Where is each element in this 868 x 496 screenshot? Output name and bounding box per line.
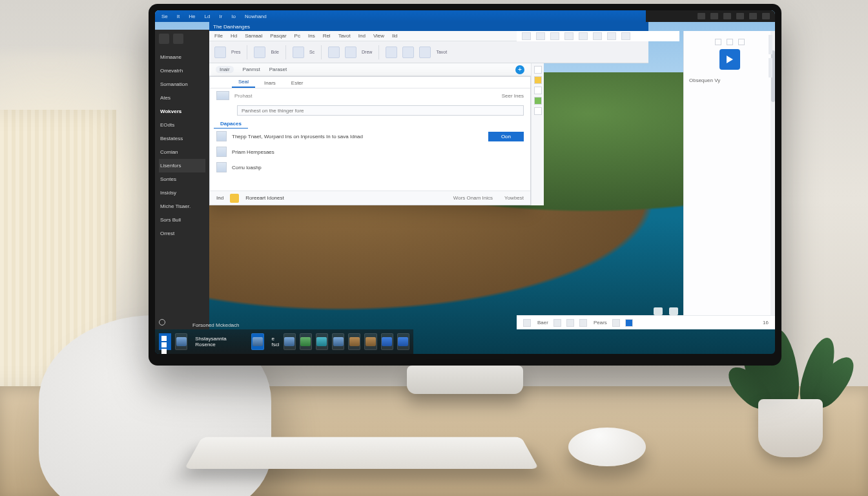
list-item[interactable]: Corru loashp bbox=[232, 165, 262, 170]
cloud-icon[interactable] bbox=[654, 307, 663, 315]
qa-icon[interactable] bbox=[593, 32, 602, 40]
ribbon-tab[interactable]: Ins bbox=[308, 33, 315, 39]
menu-item[interactable]: Ld bbox=[204, 14, 210, 19]
ribbon-tab[interactable]: View bbox=[373, 33, 384, 39]
ribbon-tab[interactable]: Rel bbox=[323, 33, 331, 39]
nav-item[interactable]: Somanation bbox=[159, 78, 205, 91]
taskbar-item[interactable] bbox=[397, 333, 409, 350]
tray-icon[interactable] bbox=[762, 13, 770, 19]
ribbon-button[interactable] bbox=[254, 46, 265, 58]
nav-item[interactable]: Ates bbox=[159, 91, 205, 105]
ribbon-button[interactable] bbox=[293, 46, 304, 58]
doc-tab[interactable]: Paraset bbox=[269, 67, 287, 72]
taskbar-item[interactable] bbox=[364, 333, 377, 350]
pane-control-icon[interactable] bbox=[715, 39, 721, 45]
open-dialog: Seal Inars Ester Prohast Seer Ines Dapac… bbox=[209, 76, 531, 205]
ribbon-button[interactable] bbox=[402, 46, 414, 58]
status-icon[interactable] bbox=[553, 319, 561, 327]
nav-icon[interactable] bbox=[173, 34, 183, 44]
ribbon-button[interactable] bbox=[345, 46, 356, 58]
ribbon-tab[interactable]: Ild bbox=[392, 33, 397, 39]
menu-item[interactable]: It bbox=[177, 14, 180, 19]
nav-item[interactable]: Sontes bbox=[159, 172, 205, 186]
taskbar-item[interactable] bbox=[381, 333, 393, 350]
ribbon-tab[interactable]: Hd bbox=[231, 33, 237, 39]
marker-icon[interactable] bbox=[534, 87, 542, 94]
ribbon-button[interactable] bbox=[214, 46, 226, 58]
taskbar-item[interactable] bbox=[175, 333, 187, 350]
vertical-tab[interactable] bbox=[769, 58, 772, 78]
doc-tab[interactable]: Inair bbox=[216, 66, 234, 73]
marker-icon[interactable] bbox=[534, 66, 542, 74]
qa-icon[interactable] bbox=[607, 32, 616, 40]
nav-item[interactable]: EOdts bbox=[159, 118, 205, 132]
ribbon-tab[interactable]: Pasqar bbox=[270, 33, 286, 39]
nav-item[interactable]: Bestatess bbox=[159, 132, 205, 145]
dialog-tab[interactable]: Ester bbox=[285, 78, 310, 88]
qa-icon[interactable] bbox=[564, 32, 574, 40]
ribbon-tab[interactable]: Samaal bbox=[245, 33, 262, 39]
dialog-tab[interactable]: Inars bbox=[258, 78, 282, 88]
status-icon[interactable] bbox=[612, 319, 620, 327]
qa-icon[interactable] bbox=[522, 32, 531, 40]
marker-icon[interactable] bbox=[534, 107, 542, 115]
nav-item[interactable]: Lisenfors bbox=[159, 159, 205, 172]
nav-item[interactable]: Insidsy bbox=[159, 186, 205, 200]
nav-item[interactable]: Wokvers bbox=[159, 105, 205, 118]
nav-item[interactable]: Omevatrh bbox=[159, 64, 205, 78]
status-icon[interactable] bbox=[579, 319, 587, 327]
tray-icon[interactable] bbox=[698, 13, 705, 19]
marker-icon[interactable] bbox=[534, 76, 542, 84]
taskbar-item[interactable] bbox=[332, 333, 344, 350]
status-icon[interactable] bbox=[625, 319, 633, 327]
search-input[interactable] bbox=[237, 105, 524, 116]
nav-item[interactable]: Orrest bbox=[159, 227, 205, 240]
open-button[interactable]: Oon bbox=[488, 132, 524, 141]
nav-item[interactable]: Miche Tisaer. bbox=[159, 200, 205, 213]
taskbar-item[interactable] bbox=[300, 333, 312, 350]
add-tab-button[interactable]: + bbox=[515, 65, 524, 74]
list-item[interactable]: Priam Hempesaes bbox=[232, 149, 274, 155]
menu-item[interactable]: Se bbox=[161, 14, 168, 19]
ribbon-tab[interactable]: Pc bbox=[294, 33, 300, 39]
menu-item[interactable]: Nowhand bbox=[245, 14, 267, 19]
dialog-tab[interactable]: Seal bbox=[232, 77, 255, 88]
ribbon-tab[interactable]: Tavot bbox=[338, 33, 351, 39]
marker-icon[interactable] bbox=[534, 97, 542, 105]
qa-icon[interactable] bbox=[579, 32, 588, 40]
tray-icon[interactable] bbox=[710, 13, 718, 19]
qa-icon[interactable] bbox=[550, 32, 559, 40]
list-item[interactable]: Thepp Tnaet, Worpard Ins on Inprosents I… bbox=[232, 134, 363, 140]
nav-item[interactable]: Comian bbox=[159, 145, 205, 159]
side-markers bbox=[531, 63, 544, 205]
nav-item[interactable]: Sors Bull bbox=[159, 213, 205, 227]
taskbar-item[interactable] bbox=[348, 333, 360, 350]
ribbon-tab[interactable]: File bbox=[214, 33, 223, 39]
qa-icon[interactable] bbox=[536, 32, 545, 40]
tray-icon[interactable] bbox=[723, 13, 731, 19]
taskbar-item[interactable] bbox=[316, 333, 328, 350]
nav-item[interactable]: Mimaane bbox=[159, 50, 205, 64]
menu-item[interactable]: Ir bbox=[219, 14, 222, 19]
nav-icon[interactable] bbox=[159, 34, 169, 44]
tray-icon[interactable] bbox=[736, 13, 744, 19]
menu-item[interactable]: Io bbox=[231, 14, 236, 19]
column-header[interactable]: Seer Ines bbox=[502, 93, 524, 99]
status-icon[interactable] bbox=[566, 319, 574, 327]
start-button[interactable] bbox=[159, 333, 171, 350]
pane-control-icon[interactable] bbox=[738, 39, 745, 45]
taskbar-item[interactable] bbox=[284, 333, 296, 350]
pane-control-icon[interactable] bbox=[727, 39, 733, 45]
ribbon-tab[interactable]: Ind bbox=[358, 33, 366, 39]
status-icon[interactable] bbox=[523, 319, 531, 327]
doc-tab[interactable]: Panmst bbox=[243, 67, 260, 72]
taskbar-item[interactable] bbox=[251, 333, 264, 350]
tray-icon[interactable] bbox=[749, 13, 757, 19]
qa-icon[interactable] bbox=[621, 32, 630, 40]
ribbon-button[interactable] bbox=[419, 46, 431, 58]
tray-icon[interactable] bbox=[669, 307, 678, 315]
menu-item[interactable]: He bbox=[189, 14, 195, 19]
ribbon-button[interactable] bbox=[328, 46, 340, 58]
ribbon-button[interactable] bbox=[386, 46, 397, 58]
vertical-tab[interactable] bbox=[769, 35, 772, 54]
